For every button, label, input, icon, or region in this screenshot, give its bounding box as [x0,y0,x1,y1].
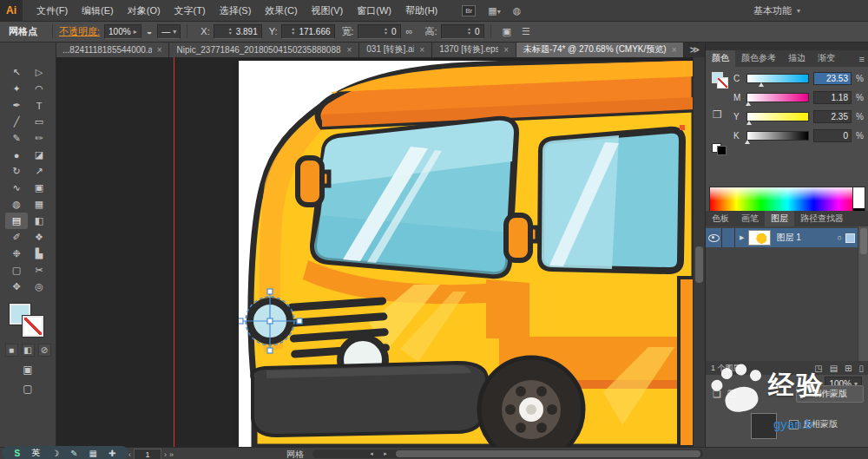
layers-scrollbar[interactable] [858,226,868,361]
channel-slider-C[interactable] [746,74,809,83]
document-tab-2[interactable]: 031 [转换].ai*× [359,42,432,57]
slider-marker[interactable] [745,140,750,144]
gradient-button[interactable]: ◧ [22,344,35,357]
screen-mode-button[interactable]: ▢ [0,383,56,395]
opacity-label[interactable]: 不透明度: [59,25,100,38]
panel-menu-icon[interactable]: ≡ [855,54,868,67]
vertical-scrollbar-thumb[interactable] [695,246,703,283]
transform-panel-icon[interactable]: ▣ [503,26,511,37]
delete-layer-icon[interactable]: ▯ [858,364,864,373]
scale-tool[interactable]: ↗ [28,163,50,180]
target-icon[interactable]: ○ [838,233,842,242]
symbol-sprayer-tool[interactable]: ❉ [5,246,28,262]
bw-swatches[interactable] [712,143,727,154]
slice-tool[interactable]: ✂ [28,262,50,279]
width-tool[interactable]: ∿ [5,180,28,196]
visibility-cell[interactable] [706,228,722,247]
stepper-icon[interactable]: ▴▾ [229,27,232,36]
y-field[interactable]: ▴▾ 171.666 [281,24,335,39]
document-tab-3[interactable]: 1370 [转换].eps*× [432,42,516,57]
tab-close-icon[interactable]: × [503,45,509,55]
channel-slider-K[interactable] [746,131,809,141]
lock-cell[interactable] [722,228,735,247]
column-graph-tool[interactable]: ▙ [28,246,50,262]
menu-item-1[interactable]: 编辑(E) [75,1,121,21]
zoom-tool[interactable]: ◎ [28,279,50,295]
stroke-proxy-swatch[interactable] [717,77,728,89]
tab-close-icon[interactable]: × [346,45,352,55]
rectangle-tool[interactable]: ▭ [28,114,50,130]
wrench-icon[interactable]: ✚ [108,449,115,458]
guide-line[interactable] [174,57,174,447]
blend-tool[interactable]: ❖ [28,229,50,246]
x-field[interactable]: ▴▾ 3.891 [214,24,262,39]
document-tab-0[interactable]: ...8241118185544000.ai*× [56,42,169,57]
stepper-icon[interactable]: ▴▾ [468,27,470,36]
invert-mask-checkbox[interactable] [789,420,799,429]
selection-tool[interactable]: ↖ [5,64,28,81]
scroll-left-button[interactable]: ◂ [366,449,377,458]
document-tab-4[interactable]: 未标题-74* @ 270.68% (CMYK/预览)× [516,42,684,57]
channel-slider-Y[interactable] [746,112,809,121]
eyedropper-tool[interactable]: ✐ [5,229,28,246]
align-panel-icon[interactable]: ☰ [522,26,530,37]
channel-value-M[interactable]: 1.18 [813,91,852,104]
stroke-profile-dropdown[interactable]: — ▾ [157,24,181,39]
channel-value-C[interactable]: 23.53 [813,72,852,85]
artboard[interactable] [239,61,694,447]
moon-icon[interactable]: ☽ [51,449,59,458]
none-button[interactable]: ⊘ [38,344,51,357]
panel-tab-2[interactable]: 图层 [765,211,794,227]
direct-selection-tool[interactable]: ▷ [28,64,50,81]
workspace-grid-icon[interactable]: ▦▾ [488,5,500,16]
canvas[interactable] [56,57,705,447]
keyboard-icon[interactable]: ▦ [89,449,97,458]
scroll-right-button[interactable]: ▸ [380,449,391,458]
last-artboard-button[interactable]: » [169,450,174,459]
hand-tool[interactable]: ✥ [5,279,28,295]
stroke-color-swatch[interactable] [23,316,43,337]
menu-item-8[interactable]: 帮助(H) [398,1,444,21]
ime-lang-indicator[interactable]: 英 [31,447,40,459]
shape-builder-tool[interactable]: ◍ [5,196,28,213]
color-panel-tab-0[interactable]: 颜色 [706,50,735,67]
recolor-artwork-icon[interactable]: ◒ [147,26,153,36]
make-clip-mask-icon[interactable]: ◳ [814,364,822,373]
slider-marker[interactable] [759,82,764,87]
paintbrush-tool[interactable]: ✎ [5,130,28,147]
prev-artboard-button[interactable]: ‹ [128,450,131,459]
menu-item-6[interactable]: 视图(V) [305,1,351,21]
free-transform-tool[interactable]: ▣ [28,180,50,196]
gradient-tool[interactable]: ◧ [28,213,50,229]
menu-item-4[interactable]: 选择(S) [213,1,259,21]
layer-row[interactable]: ▶ 图层 1 ○ [706,228,858,247]
artboard-number-field[interactable]: 1 [134,449,161,459]
bridge-icon[interactable]: Br [462,5,476,16]
opacity-field[interactable]: 100% ▸ [104,24,141,39]
workspace-switcher[interactable]: 基本功能 ▾ [753,0,800,21]
tab-close-icon[interactable]: × [157,45,162,55]
rotate-tool[interactable]: ↻ [5,163,28,180]
pen-tool[interactable]: ✒ [5,97,28,114]
tab-close-icon[interactable]: × [672,45,677,55]
perspective-grid-tool[interactable]: ▦ [28,196,50,213]
menu-item-0[interactable]: 文件(F) [30,1,75,21]
mask-thumbnail[interactable] [751,413,777,439]
document-tab-1[interactable]: Nipic_23771846_20180504150235888088.ai*× [169,42,359,57]
new-sublayer-icon[interactable]: ▤ [830,364,838,373]
slider-marker[interactable] [746,102,751,106]
constrain-proportions-icon[interactable]: ∞ [406,26,413,36]
horizontal-scrollbar-thumb[interactable] [396,450,700,457]
horizontal-scrollbar[interactable]: ◂ ▸ [312,449,703,458]
type-tool[interactable]: T [28,97,50,114]
tab-close-icon[interactable]: × [419,45,424,55]
blob-brush-tool[interactable]: ● [5,147,28,163]
page-icon[interactable]: ❐ [727,389,736,400]
arrange-documents-icon[interactable]: ◍ [513,5,522,16]
new-layer-icon[interactable]: ⊞ [845,364,852,373]
menu-item-7[interactable]: 窗口(W) [350,1,398,21]
color-panel-tab-1[interactable]: 颜色参考 [735,50,782,67]
line-segment-tool[interactable]: ╱ [5,114,28,130]
layer-name[interactable]: 图层 1 [776,232,837,244]
app-logo[interactable]: Ai [0,0,23,21]
